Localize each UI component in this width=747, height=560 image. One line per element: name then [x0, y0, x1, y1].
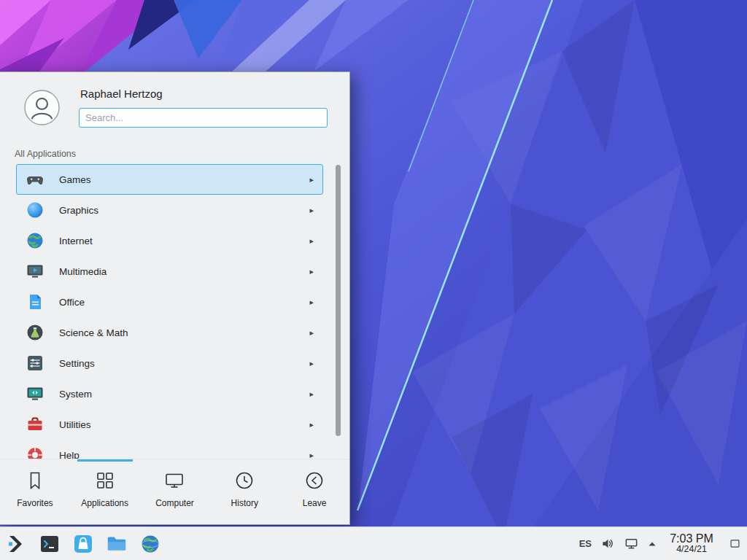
- monitor-play-icon: [26, 262, 44, 281]
- tab-label: Applications: [81, 498, 128, 508]
- category-label: System: [59, 389, 309, 400]
- avatar[interactable]: [24, 90, 60, 125]
- show-desktop-button[interactable]: [727, 529, 743, 559]
- browser-icon[interactable]: [136, 529, 164, 559]
- tab-indicator: [147, 459, 203, 462]
- category-games[interactable]: Games ▸: [16, 164, 323, 195]
- tab-label: Favorites: [17, 498, 53, 508]
- file-manager-icon[interactable]: [103, 529, 131, 559]
- system-tray: ES 7:03 PM 4/24/21: [579, 529, 743, 559]
- volume-icon[interactable]: [601, 537, 615, 551]
- chevron-right-icon: ▸: [309, 298, 314, 307]
- category-system[interactable]: System ▸: [16, 378, 323, 409]
- category-science-math[interactable]: Science & Math ▸: [16, 317, 323, 348]
- category-label: Science & Math: [59, 327, 309, 338]
- category-label: Graphics: [59, 205, 309, 216]
- category-graphics[interactable]: Graphics ▸: [16, 195, 323, 225]
- category-label: Utilities: [59, 419, 309, 430]
- digital-clock[interactable]: 7:03 PM 4/24/21: [666, 532, 717, 555]
- tab-indicator: [217, 459, 272, 462]
- section-label: All Applications: [0, 142, 349, 163]
- chevron-right-icon: ▸: [309, 420, 314, 429]
- clock-date: 4/24/21: [676, 545, 707, 555]
- tab-applications[interactable]: Applications: [70, 459, 140, 524]
- clock-icon: [233, 470, 255, 491]
- graphics-orb-icon: [26, 201, 44, 219]
- user-name: Raphael Hertzog: [80, 88, 163, 100]
- tab-favorites[interactable]: Favorites: [0, 459, 70, 524]
- grid-icon: [94, 470, 116, 491]
- chevron-right-icon: ▸: [309, 206, 314, 215]
- document-icon: [26, 292, 44, 311]
- tab-label: Leave: [303, 498, 327, 508]
- monitor-icon: [163, 470, 185, 491]
- kickoff-launcher-icon[interactable]: [2, 529, 30, 559]
- category-label: Help: [59, 450, 309, 459]
- category-label: Games: [59, 174, 309, 185]
- leave-circle-icon: [303, 470, 325, 491]
- clock-time: 7:03 PM: [670, 532, 713, 545]
- category-internet[interactable]: Internet ▸: [16, 225, 323, 256]
- category-label: Settings: [59, 358, 309, 369]
- chevron-right-icon: ▸: [309, 267, 314, 276]
- tab-computer[interactable]: Computer: [140, 459, 210, 524]
- sliders-icon: [26, 354, 44, 373]
- scrollbar[interactable]: [336, 165, 341, 436]
- keyboard-layout-indicator[interactable]: ES: [579, 538, 592, 549]
- category-label: Office: [59, 297, 309, 308]
- discover-icon[interactable]: [69, 529, 97, 559]
- globe-icon: [26, 231, 44, 250]
- tab-indicator: [7, 459, 63, 462]
- category-help[interactable]: Help ▸: [16, 440, 323, 459]
- category-utilities[interactable]: Utilities ▸: [16, 409, 323, 440]
- application-launcher: Raphael Hertzog All Applications Games ▸: [0, 71, 350, 525]
- tab-history[interactable]: History: [209, 459, 279, 524]
- category-office[interactable]: Office ▸: [16, 287, 323, 317]
- gamepad-icon: [26, 170, 44, 189]
- tab-indicator: [77, 459, 133, 462]
- flask-icon: [26, 323, 44, 342]
- chevron-right-icon: ▸: [309, 451, 314, 459]
- category-label: Multimedia: [59, 266, 309, 277]
- terminal-icon[interactable]: [36, 529, 63, 559]
- tab-indicator: [287, 459, 342, 462]
- chevron-right-icon: ▸: [309, 359, 314, 368]
- search-input[interactable]: [79, 108, 328, 128]
- life-ring-icon: [26, 446, 44, 459]
- network-icon[interactable]: [624, 537, 638, 551]
- expand-caret-icon[interactable]: [648, 540, 657, 548]
- category-settings[interactable]: Settings ▸: [16, 348, 323, 378]
- chevron-right-icon: ▸: [309, 328, 314, 338]
- chevron-right-icon: ▸: [309, 175, 314, 184]
- chevron-right-icon: ▸: [309, 236, 314, 246]
- desktop: Raphael Hertzog All Applications Games ▸: [0, 0, 747, 560]
- tab-label: History: [231, 498, 258, 508]
- launcher-tabbar: Favorites Applications: [0, 459, 349, 524]
- category-multimedia[interactable]: Multimedia ▸: [16, 256, 323, 287]
- bookmark-icon: [24, 470, 46, 491]
- system-monitor-icon: [26, 384, 44, 403]
- tab-label: Computer: [155, 498, 194, 508]
- category-list: Games ▸ Graphics ▸: [0, 163, 349, 459]
- category-label: Internet: [59, 236, 309, 246]
- tab-leave[interactable]: Leave: [279, 459, 349, 524]
- taskbar: ES 7:03 PM 4/24/21: [0, 526, 747, 560]
- chevron-right-icon: ▸: [309, 389, 314, 399]
- toolbox-icon: [26, 415, 44, 434]
- launcher-header: Raphael Hertzog: [0, 72, 349, 142]
